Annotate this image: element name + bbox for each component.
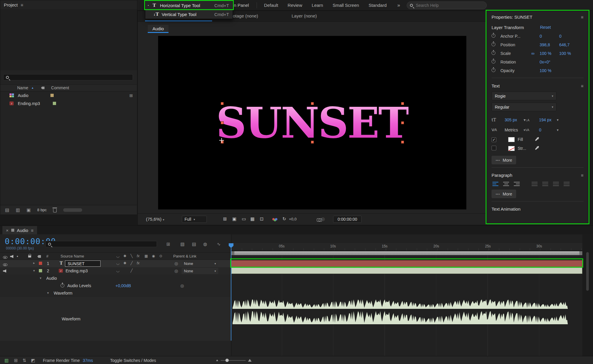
audio-toggle-icon[interactable] — [3, 269, 6, 273]
parent-select[interactable]: None▾ — [182, 260, 218, 267]
menu-item-vertical-type-tool[interactable]: ↓T Vertical Type Tool Cmd+T — [145, 10, 233, 19]
fill-eyedropper-icon[interactable] — [535, 137, 539, 142]
font-size-value[interactable]: 305 px — [505, 117, 524, 122]
show-snapshot-icon[interactable]: ◎ — [321, 216, 325, 222]
selection-handle[interactable] — [221, 121, 224, 124]
anchor-point-crosshair[interactable] — [219, 138, 224, 143]
collapse-group-icon[interactable]: ▾ — [40, 276, 42, 280]
parent-select[interactable]: None▾ — [182, 268, 218, 274]
delete-icon[interactable] — [53, 209, 57, 212]
layer-bar-sunset[interactable] — [231, 260, 582, 267]
mask-visibility-icon[interactable]: ▣ — [232, 216, 236, 222]
section-menu-icon[interactable]: ≡ — [581, 83, 584, 88]
quality-switch[interactable]: ╱ — [131, 261, 133, 265]
leading-value[interactable]: 194 px — [539, 117, 556, 122]
font-style-select[interactable]: Regular▾ — [492, 103, 557, 111]
playhead-line[interactable] — [231, 248, 231, 341]
layer-color-swatch[interactable] — [39, 269, 42, 272]
justify-last-right-button[interactable] — [552, 181, 560, 187]
collapse-group-icon[interactable]: ▾ — [47, 291, 49, 295]
workspace-small-screen[interactable]: Small Screen — [333, 3, 359, 8]
opacity-value[interactable]: 100 % — [540, 68, 559, 73]
visibility-toggle-icon[interactable] — [3, 263, 7, 266]
reset-exposure-icon[interactable]: ↻ — [282, 216, 286, 222]
name-column-header[interactable]: Name — [17, 85, 28, 90]
section-menu-icon[interactable]: ≡ — [581, 173, 584, 178]
media-cache-status-icon[interactable]: ▥ — [4, 358, 9, 363]
show-channel-icon[interactable] — [272, 218, 277, 222]
collapse-layer-icon[interactable]: ▾ — [33, 269, 35, 273]
text-layer-selection[interactable]: SUNSET — [222, 104, 403, 142]
comp-mini-flowchart-icon[interactable]: ⊞ — [166, 241, 170, 247]
panel-menu-icon[interactable]: ≡ — [31, 228, 34, 233]
project-scrollbar-thumb[interactable] — [63, 208, 82, 212]
timeline-graph-area[interactable]: 0s 05s 10s 15s 20s 25s 30s — [231, 234, 582, 356]
stroke-eyedropper-icon[interactable] — [535, 146, 539, 151]
workspace-learn[interactable]: Learn — [312, 3, 323, 8]
project-item-ending-mp3[interactable]: ♪ Ending.mp3 — [0, 99, 137, 107]
panel-menu-icon[interactable]: ≡ — [581, 15, 584, 20]
scale-y-value[interactable]: 100 % — [559, 51, 579, 56]
align-left-button[interactable] — [492, 181, 499, 187]
fill-checkbox[interactable]: ✓ — [492, 137, 496, 142]
comp-tab-audio[interactable]: Audio — [148, 25, 168, 33]
label-color-swatch[interactable] — [50, 94, 54, 97]
selection-handle[interactable] — [221, 102, 224, 105]
collapse-switch[interactable]: ✱ — [123, 261, 126, 265]
selection-handle[interactable] — [311, 141, 314, 144]
layer-bar-ending-mp3[interactable] — [231, 268, 582, 274]
shy-switch[interactable]: ◡ — [116, 261, 119, 265]
selection-handle[interactable] — [401, 141, 404, 144]
quality-switch[interactable]: ╱ — [131, 268, 133, 273]
paragraph-more-button[interactable]: ••• More — [492, 190, 516, 198]
hide-shy-layers-icon[interactable]: ▤ — [192, 241, 196, 247]
effects-switch[interactable]: fx — [137, 261, 139, 265]
position-x-value[interactable]: 398,8 — [540, 42, 559, 47]
comment-column-header[interactable]: Comment — [51, 85, 69, 90]
help-search-box[interactable] — [407, 1, 487, 9]
stroke-checkbox[interactable] — [492, 146, 496, 150]
up-down-arrows-icon[interactable]: ⇅ — [23, 358, 26, 363]
new-composition-icon[interactable]: ▣ — [26, 207, 31, 213]
expand-layer-icon[interactable]: ▸ — [33, 261, 35, 265]
help-search-input[interactable] — [415, 3, 478, 8]
transparency-grid-icon[interactable]: ▦ — [250, 216, 255, 222]
workspace-review[interactable]: Review — [288, 3, 302, 8]
interpret-footage-icon[interactable]: ▤ — [5, 207, 9, 213]
motion-blur-icon[interactable]: ∿ — [217, 241, 221, 247]
work-area-bar[interactable] — [231, 251, 582, 255]
audio-levels-value[interactable]: +0,00dB — [115, 283, 131, 288]
selection-handle[interactable] — [401, 121, 404, 124]
new-folder-icon[interactable]: ▥ — [16, 207, 20, 213]
source-name-column-header[interactable]: Source Name — [61, 254, 84, 258]
leading-dropdown-icon[interactable]: ▼ — [556, 118, 559, 122]
kerning-value[interactable]: Metrics — [505, 128, 524, 132]
layer-name-field[interactable]: SUNSET — [65, 260, 101, 267]
sort-ascending-icon[interactable]: ▲ — [31, 86, 34, 89]
label-column-icon[interactable] — [41, 87, 44, 89]
zoom-in-mountain-icon[interactable] — [248, 359, 252, 362]
fill-color-swatch[interactable] — [508, 137, 515, 142]
align-center-button[interactable] — [502, 181, 510, 187]
layer-name[interactable]: Ending.mp3 — [66, 268, 88, 273]
position-y-value[interactable]: 646,7 — [559, 42, 579, 47]
tab-footage[interactable]: otage (none) — [233, 13, 258, 18]
time-ruler[interactable]: 0s 05s 10s 15s 20s 25s 30s — [231, 243, 582, 251]
panel-toggle-icon[interactable]: ◩ — [31, 358, 35, 363]
link-scale-icon[interactable]: ∞ — [531, 51, 540, 56]
anchor-y-value[interactable]: 0 — [559, 34, 579, 39]
tracking-value[interactable]: 0 — [539, 128, 556, 132]
stopwatch-icon[interactable] — [492, 42, 495, 46]
waveform-group-row[interactable]: ▾ Waveform — [0, 290, 231, 297]
magnification-menu[interactable]: (75,6%) ▾ — [146, 217, 164, 222]
timeline-zoom-slider[interactable] — [221, 360, 246, 361]
parent-link-column-header[interactable]: Parent & Link — [173, 254, 196, 258]
exposure-value[interactable]: +0,0 — [289, 217, 297, 221]
audio-group-row[interactable]: ▾ Audio — [0, 275, 231, 282]
selection-handle[interactable] — [401, 102, 404, 105]
workspace-overflow-icon[interactable]: » — [397, 2, 400, 8]
timeline-search-field[interactable] — [45, 241, 157, 247]
justify-last-center-button[interactable] — [541, 181, 549, 187]
justify-all-button[interactable] — [563, 181, 570, 187]
justify-last-left-button[interactable] — [531, 181, 538, 187]
